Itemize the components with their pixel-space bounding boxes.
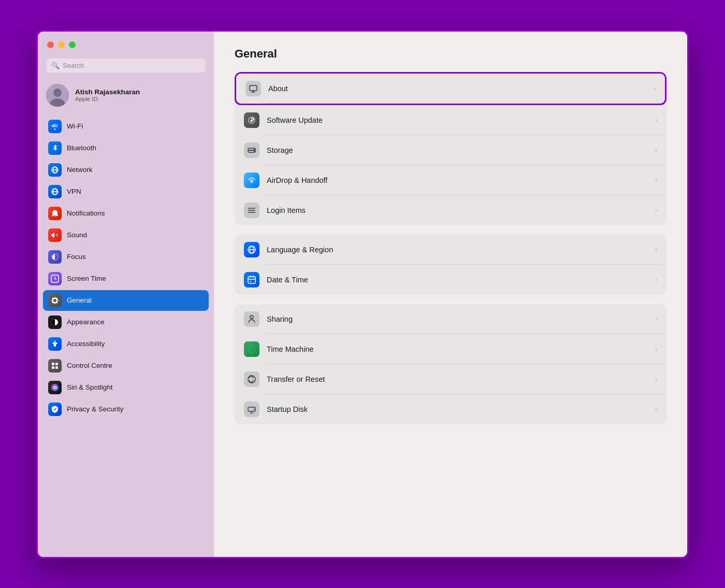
controlcentre-label: Control Centre xyxy=(67,362,112,369)
sidebar-list: Wi-FiBluetoothNetworkVPNNotificationsSou… xyxy=(38,116,214,557)
search-bar[interactable]: 🔍 Search xyxy=(46,59,206,73)
appearance-icon xyxy=(48,315,62,329)
titlebar xyxy=(38,32,214,59)
general-label: General xyxy=(67,296,92,304)
settings-row-sharing[interactable]: Sharing› xyxy=(235,304,666,334)
storage-chevron-icon: › xyxy=(655,146,657,154)
startup-settings-label: Startup Disk xyxy=(267,405,648,413)
startup-settings-icon xyxy=(244,401,259,417)
sidebar-item-accessibility[interactable]: Accessibility xyxy=(43,334,209,354)
svg-point-1 xyxy=(53,89,62,97)
sidebar-item-focus[interactable]: Focus xyxy=(43,247,209,267)
sidebar: 🔍 Search Atish Rajasekharan Apple ID Wi-… xyxy=(38,32,214,557)
settings-row-airdrop[interactable]: AirDrop & Handoff› xyxy=(235,165,666,195)
minimize-button[interactable] xyxy=(58,41,65,48)
bluetooth-icon xyxy=(48,141,62,155)
svg-point-16 xyxy=(51,384,59,391)
svg-point-21 xyxy=(254,149,255,150)
sidebar-item-screentime[interactable]: Screen Time xyxy=(43,268,209,289)
sidebar-item-network[interactable]: Network xyxy=(43,160,209,180)
login-settings-icon xyxy=(244,203,259,218)
svg-rect-27 xyxy=(248,277,255,283)
bluetooth-label: Bluetooth xyxy=(67,144,96,152)
airdrop-settings-icon xyxy=(244,173,259,188)
svg-point-35 xyxy=(253,409,254,410)
airdrop-settings-label: AirDrop & Handoff xyxy=(267,176,648,184)
general-icon xyxy=(48,294,62,307)
settings-row-datetime[interactable]: Date & Time› xyxy=(235,265,666,295)
settings-group-group1: About›Software Update›Storage›AirDrop & … xyxy=(235,72,666,225)
sidebar-item-controlcentre[interactable]: Control Centre xyxy=(43,355,209,376)
privacy-label: Privacy & Security xyxy=(67,405,124,413)
settings-row-transfer[interactable]: Transfer or Reset› xyxy=(235,364,666,394)
language-chevron-icon: › xyxy=(655,246,657,253)
sidebar-item-wifi[interactable]: Wi-Fi xyxy=(43,116,209,137)
settings-row-startup[interactable]: Startup Disk› xyxy=(235,394,666,424)
svg-point-31 xyxy=(250,315,253,319)
notifications-icon xyxy=(48,207,62,220)
transfer-settings-icon xyxy=(244,371,259,387)
vpn-icon xyxy=(48,185,62,198)
sound-label: Sound xyxy=(67,231,87,239)
settings-group-group2: Language & Region›Date & Time› xyxy=(235,235,666,295)
main-content: General About›Software Update›Storage›Ai… xyxy=(214,32,687,557)
user-subtitle: Apple ID xyxy=(75,96,140,102)
siri-icon xyxy=(48,381,62,394)
sidebar-item-general[interactable]: General xyxy=(43,290,209,311)
timemachine-settings-icon xyxy=(244,341,259,357)
about-settings-icon xyxy=(245,81,261,96)
sidebar-item-vpn[interactable]: VPN xyxy=(43,181,209,202)
svg-point-11 xyxy=(54,340,56,342)
datetime-settings-label: Date & Time xyxy=(267,276,648,284)
sidebar-item-sound[interactable]: Sound xyxy=(43,225,209,246)
sharing-chevron-icon: › xyxy=(655,315,657,323)
notifications-label: Notifications xyxy=(67,209,105,217)
settings-row-storage[interactable]: Storage› xyxy=(235,135,666,165)
sidebar-item-privacy[interactable]: Privacy & Security xyxy=(43,399,209,420)
settings-row-softwareupdate[interactable]: Software Update› xyxy=(235,105,666,135)
softwareupdate-chevron-icon: › xyxy=(655,116,657,124)
maximize-button[interactable] xyxy=(69,41,76,48)
svg-rect-14 xyxy=(52,366,54,369)
startup-chevron-icon: › xyxy=(655,405,657,413)
svg-rect-15 xyxy=(55,366,58,369)
sidebar-item-siri[interactable]: Siri & Spotlight xyxy=(43,377,209,398)
user-name: Atish Rajasekharan xyxy=(75,88,140,96)
siri-label: Siri & Spotlight xyxy=(67,383,113,391)
screentime-label: Screen Time xyxy=(67,275,106,282)
settings-row-timemachine[interactable]: Time Machine› xyxy=(235,334,666,364)
language-settings-icon xyxy=(244,242,259,257)
search-placeholder: Search xyxy=(63,62,84,69)
sidebar-item-notifications[interactable]: Notifications xyxy=(43,203,209,224)
vpn-label: VPN xyxy=(67,188,81,195)
svg-rect-13 xyxy=(55,363,58,365)
focus-icon xyxy=(48,250,62,264)
focus-label: Focus xyxy=(67,253,86,261)
datetime-settings-icon xyxy=(244,272,259,288)
svg-rect-12 xyxy=(52,363,54,365)
transfer-chevron-icon: › xyxy=(655,375,657,383)
svg-point-33 xyxy=(248,376,255,383)
settings-row-about[interactable]: About› xyxy=(235,72,666,105)
appearance-label: Appearance xyxy=(67,318,105,326)
accessibility-label: Accessibility xyxy=(67,340,105,348)
avatar xyxy=(46,84,69,107)
softwareupdate-settings-label: Software Update xyxy=(267,116,648,124)
network-label: Network xyxy=(67,166,93,174)
sidebar-item-appearance[interactable]: Appearance xyxy=(43,312,209,333)
sidebar-item-bluetooth[interactable]: Bluetooth xyxy=(43,138,209,159)
timemachine-chevron-icon: › xyxy=(655,345,657,353)
accessibility-icon xyxy=(48,337,62,351)
user-section[interactable]: Atish Rajasekharan Apple ID xyxy=(38,80,214,116)
sharing-settings-icon xyxy=(244,311,259,327)
settings-row-login[interactable]: Login Items› xyxy=(235,195,666,225)
controlcentre-icon xyxy=(48,359,62,372)
softwareupdate-settings-icon xyxy=(244,112,259,128)
wifi-icon xyxy=(48,120,62,133)
system-preferences-window: 🔍 Search Atish Rajasekharan Apple ID Wi-… xyxy=(36,30,689,558)
network-icon xyxy=(48,163,62,177)
login-settings-label: Login Items xyxy=(267,206,648,214)
close-button[interactable] xyxy=(47,41,54,48)
storage-settings-icon xyxy=(244,142,259,158)
settings-row-language[interactable]: Language & Region› xyxy=(235,235,666,265)
